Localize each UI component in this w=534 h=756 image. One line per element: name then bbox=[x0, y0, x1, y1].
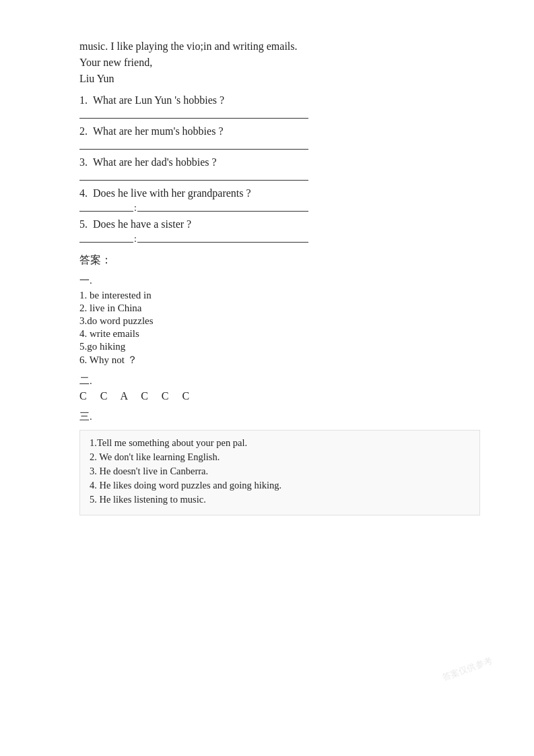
s3-item-4: 4. He likes doing word puzzles and going… bbox=[90, 480, 470, 491]
q3-text: What are her dad's hobbies ? bbox=[93, 156, 217, 168]
q1-number: 1. bbox=[79, 94, 88, 106]
q5-answer-line: : bbox=[79, 233, 308, 243]
q4-number: 4. bbox=[79, 187, 88, 199]
question-3: 3. What are her dad's hobbies ? bbox=[79, 156, 480, 168]
intro-line1: music. I like playing the vio;in and wri… bbox=[79, 40, 480, 53]
question-1: 1. What are Lun Yun 's hobbies ? bbox=[79, 94, 480, 106]
q4-text: Does he live with her grandparents ? bbox=[93, 187, 251, 199]
question-4: 4. Does he live with her grandparents ? bbox=[79, 187, 480, 199]
q5-text: Does he have a sister ? bbox=[93, 218, 191, 230]
answers-header: 答案： bbox=[79, 253, 480, 267]
section-three-label: 三. bbox=[79, 410, 480, 423]
s1-item-3: 3.do word puzzles bbox=[79, 315, 480, 327]
s1-item-1: 1. be interested in bbox=[79, 290, 480, 301]
s1-item-2: 2. live in China bbox=[79, 303, 480, 314]
s1-item-5: 5.go hiking bbox=[79, 341, 480, 352]
intro-line2: Your new friend, bbox=[79, 57, 480, 69]
q3-number: 3. bbox=[79, 156, 88, 168]
watermark: 答案仅供参考 bbox=[440, 654, 494, 684]
s3-item-5: 5. He likes listening to music. bbox=[90, 494, 470, 505]
question-5: 5. Does he have a sister ? bbox=[79, 218, 480, 230]
section-two-label: 二. bbox=[79, 375, 480, 387]
q5-number: 5. bbox=[79, 218, 88, 230]
q2-answer-line bbox=[79, 140, 308, 150]
q1-text: What are Lun Yun 's hobbies ? bbox=[93, 94, 224, 106]
section-three-block: 1.Tell me something about your pen pal. … bbox=[79, 430, 480, 515]
q1-answer-line bbox=[79, 109, 308, 119]
q3-answer-line bbox=[79, 171, 308, 181]
question-2: 2. What are her mum's hobbies ? bbox=[79, 125, 480, 137]
intro-line3: Liu Yun bbox=[79, 73, 480, 85]
q2-number: 2. bbox=[79, 125, 88, 137]
q2-text: What are her mum's hobbies ? bbox=[93, 125, 223, 137]
answers-section: 答案： 一. 1. be interested in 2. live in Ch… bbox=[79, 253, 480, 515]
s1-item-4: 4. write emails bbox=[79, 328, 480, 340]
s3-item-1: 1.Tell me something about your pen pal. bbox=[90, 437, 470, 449]
s3-item-2: 2. We don't like learning English. bbox=[90, 451, 470, 463]
s3-item-3: 3. He doesn't live in Canberra. bbox=[90, 466, 470, 477]
q4-answer-line: : bbox=[79, 202, 308, 212]
section-two-answers: C C A C C C bbox=[79, 390, 480, 402]
section-one-label: 一. bbox=[79, 274, 480, 287]
s1-item-6: 6. Why not ？ bbox=[79, 354, 480, 367]
